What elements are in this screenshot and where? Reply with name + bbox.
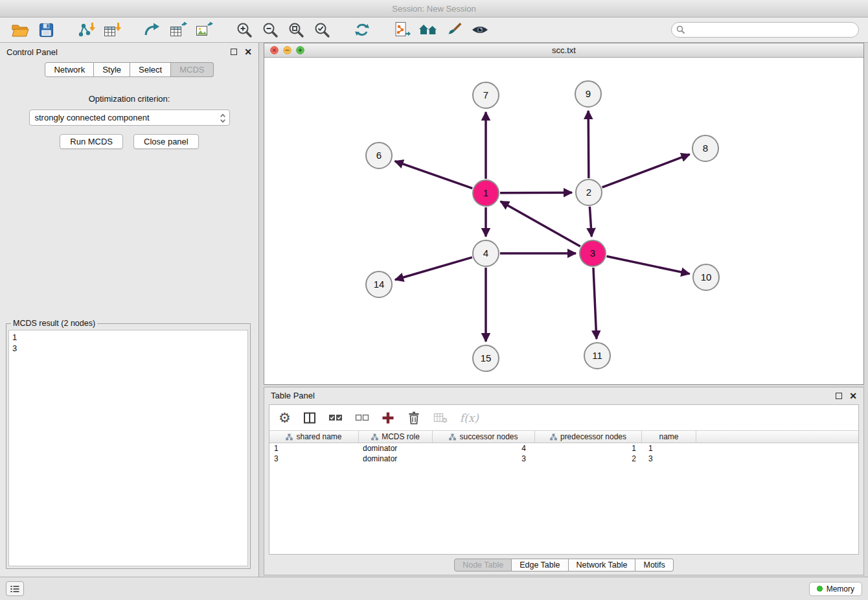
minimize-window-icon[interactable] (283, 46, 291, 54)
tab-select[interactable]: Select (130, 62, 171, 77)
graph-edge-3-1[interactable] (501, 202, 580, 246)
cell-predecessor-nodes[interactable]: 2 (535, 454, 642, 464)
deselect-all-rows-button[interactable] (355, 413, 369, 422)
cell-mcds-role[interactable]: dominator (359, 454, 433, 464)
table-row[interactable]: 3 dominator 3 2 3 (269, 454, 858, 464)
zoom-fit-button[interactable] (285, 19, 307, 40)
column-type-icon (371, 433, 378, 441)
import-table-button[interactable] (101, 19, 123, 40)
close-panel-button[interactable]: Close panel (133, 134, 199, 149)
table-row[interactable]: 1 dominator 4 1 1 (269, 443, 858, 454)
close-window-icon[interactable] (270, 46, 279, 54)
close-panel-icon[interactable]: ✕ (244, 49, 252, 55)
graph-edge-3-10[interactable] (607, 257, 690, 274)
zoom-in-button[interactable] (233, 19, 255, 40)
cell-name[interactable]: 3 (642, 454, 696, 464)
cell-successor-nodes[interactable]: 4 (433, 443, 535, 454)
task-history-button[interactable] (6, 581, 24, 596)
control-panel-tabs: Network Style Select MCDS (0, 62, 258, 77)
tab-node-table[interactable]: Node Table (454, 559, 512, 571)
graph-node-9[interactable]: 9 (575, 81, 601, 107)
graph-edge-4-14[interactable] (395, 257, 472, 280)
graph-node-4[interactable]: 4 (473, 240, 499, 266)
table-rows[interactable]: 1 dominator 4 1 1 3 dominator 3 2 3 (269, 443, 858, 554)
graph-node-10[interactable]: 10 (693, 264, 719, 290)
zoom-selected-button[interactable] (311, 19, 333, 40)
graph-edge-1-2[interactable] (500, 192, 572, 193)
graph-node-8[interactable]: 8 (692, 135, 718, 161)
run-mcds-button[interactable]: Run MCDS (60, 134, 123, 149)
graph-node-label: 9 (586, 88, 591, 99)
table-toolbar: ⚙ (269, 405, 858, 431)
column-header-shared-name[interactable]: shared name (269, 431, 359, 443)
export-network-button[interactable] (141, 19, 163, 40)
first-neighbors-icon (394, 21, 411, 38)
import-network-button[interactable] (75, 19, 97, 40)
network-canvas[interactable]: 7968124314101511 (264, 58, 863, 384)
column-label: predecessor nodes (560, 432, 626, 441)
export-table-button[interactable] (167, 19, 189, 40)
graph-edge-2-8[interactable] (602, 154, 690, 187)
tab-mcds[interactable]: MCDS (171, 62, 213, 77)
add-row-button[interactable] (382, 411, 394, 424)
cell-predecessor-nodes[interactable]: 1 (535, 443, 642, 454)
column-header-successor-nodes[interactable]: successor nodes (433, 431, 535, 443)
first-neighbors-button[interactable] (391, 19, 413, 40)
column-header-mcds-role[interactable]: MCDS role (359, 431, 433, 443)
graph-node-11[interactable]: 11 (584, 343, 610, 369)
close-table-panel-icon[interactable]: ✕ (849, 393, 857, 399)
mcds-result-box[interactable]: 1 3 (8, 330, 248, 566)
select-all-rows-button[interactable] (328, 413, 343, 422)
graph-node-7[interactable]: 7 (473, 82, 499, 108)
show-columns-button[interactable] (303, 411, 316, 424)
cell-successor-nodes[interactable]: 3 (433, 454, 535, 464)
export-image-button[interactable] (193, 19, 215, 40)
apply-style-button[interactable] (443, 19, 465, 40)
graph-node-2[interactable]: 2 (576, 179, 602, 205)
float-panel-icon[interactable] (231, 49, 237, 55)
show-all-graphics-button[interactable] (417, 19, 439, 40)
show-graphics-details-button[interactable] (469, 19, 491, 40)
graph-node-1[interactable]: 1 (473, 180, 499, 206)
tab-motifs[interactable]: Motifs (635, 559, 673, 571)
export-network-icon (144, 21, 161, 38)
memory-button[interactable]: Memory (809, 582, 862, 596)
graph-node-3[interactable]: 3 (580, 240, 606, 266)
cell-shared-name[interactable]: 3 (269, 454, 359, 464)
graph-node-14[interactable]: 14 (366, 271, 392, 297)
zoom-fit-icon (288, 21, 304, 38)
tab-network-table[interactable]: Network Table (569, 559, 636, 571)
graph-edge-2-9[interactable] (588, 111, 589, 178)
cell-shared-name[interactable]: 1 (269, 443, 359, 454)
zoom-out-button[interactable] (259, 19, 281, 40)
column-header-name[interactable]: name (642, 431, 696, 443)
open-session-button[interactable] (9, 19, 31, 40)
tab-edge-table[interactable]: Edge Table (512, 559, 568, 571)
save-session-button[interactable] (35, 19, 57, 40)
optimization-criterion-dropdown[interactable]: strongly connected component (29, 110, 230, 126)
zoom-in-icon (236, 21, 253, 38)
float-table-panel-icon[interactable] (836, 393, 842, 399)
delete-rows-button[interactable] (407, 411, 421, 425)
graph-edge-1-6[interactable] (395, 161, 473, 189)
column-header-predecessor-nodes[interactable]: predecessor nodes (535, 431, 642, 443)
deselect-all-icon (355, 413, 369, 422)
graph-node-15[interactable]: 15 (473, 345, 499, 371)
refresh-view-button[interactable] (351, 19, 373, 40)
network-graph[interactable]: 7968124314101511 (264, 58, 863, 384)
table-panel: Table Panel ✕ ⚙ (264, 387, 864, 575)
table-settings-button[interactable]: ⚙ (279, 411, 291, 424)
graph-node-6[interactable]: 6 (366, 143, 392, 168)
tab-style[interactable]: Style (94, 62, 130, 77)
control-panel-title: Control Panel (6, 47, 58, 57)
network-view-title: scc.txt (264, 45, 863, 55)
cell-mcds-role[interactable]: dominator (359, 443, 433, 454)
network-view-titlebar[interactable]: scc.txt (264, 43, 863, 58)
maximize-window-icon[interactable] (296, 46, 304, 54)
column-label: MCDS role (382, 432, 420, 441)
graph-edge-3-11[interactable] (593, 268, 597, 339)
cell-name[interactable]: 1 (642, 443, 696, 454)
tab-network[interactable]: Network (45, 62, 94, 77)
graph-edge-2-3[interactable] (589, 207, 591, 237)
search-input[interactable] (671, 22, 859, 38)
